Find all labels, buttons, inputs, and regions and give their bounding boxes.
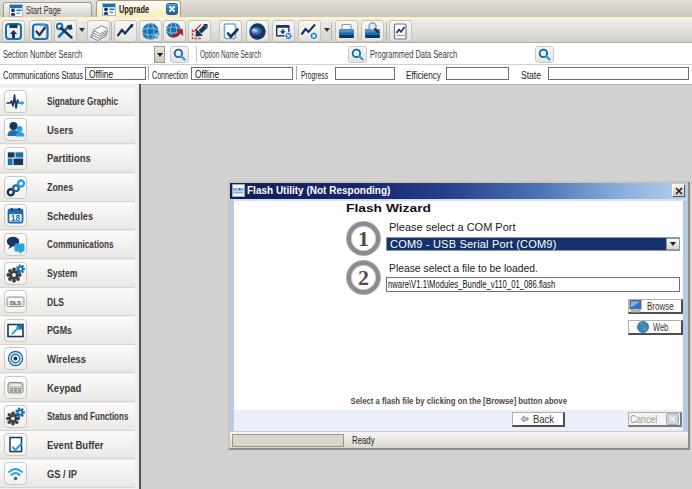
svg-text:DLS: DLS <box>10 300 21 306</box>
svg-text:18: 18 <box>11 213 21 223</box>
svg-text:DLS: DLS <box>234 187 243 192</box>
